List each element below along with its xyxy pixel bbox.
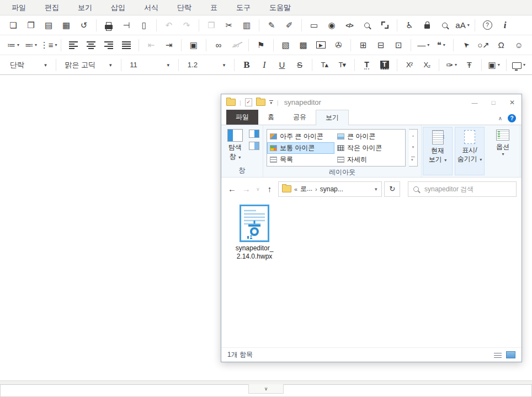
menu-edit[interactable]: 편집	[35, 3, 68, 13]
horizontal-line-button[interactable]: — ▾	[416, 38, 430, 52]
align-center-button[interactable]	[84, 38, 98, 52]
lock-button[interactable]	[420, 18, 434, 33]
highlight-color-button[interactable]: T	[377, 58, 392, 72]
table-button[interactable]: ⊞	[356, 38, 370, 52]
search-box[interactable]	[408, 181, 517, 197]
document-history-button[interactable]: ↺	[77, 18, 91, 33]
view-mode-button[interactable]: ▾	[512, 58, 526, 72]
large-icons-view-button[interactable]	[506, 351, 515, 358]
explorer-titlebar[interactable]: | ✓ ▾ | synapeditor — □ ✕	[221, 94, 522, 110]
new-document-button[interactable]: ❏	[6, 18, 20, 33]
bullet-list-button[interactable]: ≔ ▾	[6, 38, 20, 52]
special-character-button[interactable]: Ω	[494, 38, 508, 52]
collapse-ribbon-icon[interactable]: ∧	[498, 115, 502, 121]
align-left-button[interactable]	[66, 38, 81, 52]
qat-customize-caret-icon[interactable]: ▾	[269, 100, 273, 105]
ruler-button[interactable]: ▭	[307, 18, 321, 33]
breadcrumb-folder[interactable]: synap...	[320, 185, 343, 193]
tab-file[interactable]: 파일	[226, 110, 258, 125]
select-cursor-button[interactable]: ➤	[459, 38, 473, 52]
open-button[interactable]: ❐	[24, 18, 38, 33]
line-height-select[interactable]: 1.2 ▾	[184, 58, 229, 72]
tab-view[interactable]: 보기	[316, 110, 349, 125]
emoticon-button[interactable]: ☺	[512, 38, 526, 52]
superscript-button[interactable]: X²	[402, 58, 416, 72]
edit-mode-button[interactable]: ▣	[187, 38, 201, 52]
scroll-down-icon[interactable]: ▾	[412, 145, 414, 149]
close-button[interactable]: ✕	[503, 99, 522, 106]
font-size-select[interactable]: 11 ▾	[126, 58, 173, 72]
navigation-pane-button[interactable]: 탐색 창 ▾	[225, 127, 246, 163]
minimize-button[interactable]: —	[465, 99, 484, 106]
strikethrough-button[interactable]: S	[292, 58, 307, 72]
menu-format[interactable]: 서식	[135, 3, 168, 13]
blockquote-button[interactable]: ❝ ▾	[434, 38, 448, 52]
quick-style-button[interactable]: ▣ ▾	[487, 58, 501, 72]
italic-button[interactable]: I	[257, 58, 272, 72]
current-view-button[interactable]: 현재 보기 ▾	[423, 127, 453, 175]
capture-button[interactable]: ⊡	[391, 38, 406, 52]
search-input[interactable]	[423, 185, 511, 194]
underline-button[interactable]: U	[275, 58, 289, 72]
link-button[interactable]: ∞	[211, 38, 226, 52]
menu-paragraph[interactable]: 단락	[168, 3, 201, 13]
search-button[interactable]	[438, 18, 452, 33]
details-view-button[interactable]	[494, 352, 502, 358]
properties-qat-icon[interactable]: ✓	[245, 98, 252, 106]
document-button[interactable]: ▤	[41, 18, 56, 33]
multilevel-list-button[interactable]: ⋮≡ ▾	[41, 38, 56, 52]
preview-pane-button[interactable]	[249, 130, 259, 138]
breadcrumb-ellipsis[interactable]: «	[294, 186, 297, 192]
new-folder-qat-icon[interactable]	[256, 99, 265, 106]
option-list[interactable]: 목록	[267, 154, 334, 165]
back-button[interactable]: ←	[226, 184, 238, 194]
font-bigger-button[interactable]: T▴	[317, 58, 332, 72]
option-small-icons[interactable]: 작은 아이콘	[334, 142, 405, 154]
tab-home[interactable]: 홈	[258, 110, 284, 125]
draw-shape-button[interactable]: ○↗	[476, 38, 491, 52]
help-button[interactable]: ?	[480, 18, 494, 33]
subscript-button[interactable]: X₂	[419, 58, 434, 72]
paste-button[interactable]: ▥	[240, 18, 254, 33]
document-search-button[interactable]	[360, 18, 374, 33]
bottom-collapse-button[interactable]: ∨	[248, 384, 284, 394]
accessibility-button[interactable]: ♿	[402, 18, 417, 33]
menu-insert[interactable]: 삽입	[102, 3, 135, 13]
up-button[interactable]: ↑	[264, 184, 275, 194]
document-check-button[interactable]: ✎	[264, 18, 279, 33]
menu-view[interactable]: 보기	[68, 3, 102, 13]
video-button[interactable]: ▶	[313, 38, 328, 52]
scroll-up-icon[interactable]: ▴	[412, 133, 414, 138]
numbered-list-button[interactable]: ≕ ▾	[24, 38, 38, 52]
file-list-area[interactable]: synapeditor_ 2.14.0.hwpx	[221, 200, 522, 347]
options-button[interactable]: 옵션 ▾	[487, 127, 519, 175]
template-button[interactable]: ▦	[59, 18, 73, 33]
image-map-button[interactable]: ▩	[296, 38, 310, 52]
option-large-icons[interactable]: 큰 아이콘	[334, 131, 405, 142]
menu-help[interactable]: 도움말	[260, 3, 300, 13]
attachment-button[interactable]: ✇	[331, 38, 345, 52]
format-painter-button[interactable]: ✑ ▾	[444, 58, 459, 72]
maximize-button[interactable]: □	[484, 99, 503, 106]
address-bar[interactable]: « 로... › synap... ▾	[278, 181, 382, 197]
tab-share[interactable]: 공유	[284, 110, 316, 125]
page-margins-button[interactable]: ⊣	[119, 18, 134, 33]
option-details[interactable]: 자세히	[334, 154, 405, 165]
details-pane-button[interactable]	[249, 142, 259, 150]
scroll-more-icon[interactable]: ▾	[411, 157, 415, 162]
insert-object-button[interactable]: ⊟	[374, 38, 388, 52]
justify-button[interactable]	[119, 38, 134, 52]
font-scale-button[interactable]: aA ▾	[455, 18, 470, 33]
cut-button[interactable]: ✂	[222, 18, 236, 33]
clear-format-button[interactable]: Ŧ	[462, 58, 476, 72]
menu-file[interactable]: 파일	[2, 3, 35, 13]
refresh-button[interactable]: ↻	[384, 181, 400, 197]
menu-table[interactable]: 표	[201, 3, 227, 13]
file-synapeditor-hwpx[interactable]: synapeditor_ 2.14.0.hwpx	[229, 205, 280, 261]
address-dropdown-caret-icon[interactable]: ▾	[375, 186, 379, 192]
image-button[interactable]: ▧	[278, 38, 292, 52]
help-icon[interactable]: ?	[508, 114, 516, 122]
indent-button[interactable]: ⇥	[162, 38, 176, 52]
align-right-button[interactable]	[102, 38, 116, 52]
page-border-button[interactable]: ▯	[137, 18, 151, 33]
